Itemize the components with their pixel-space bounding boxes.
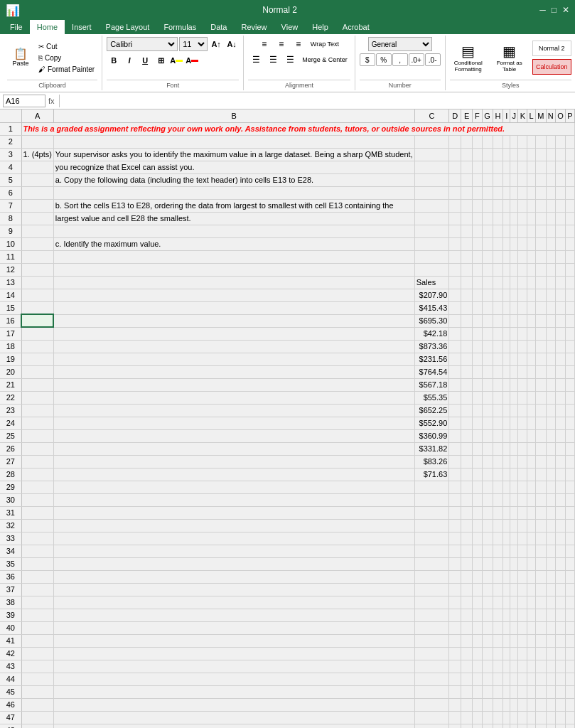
cell-25-E[interactable] [461, 429, 473, 442]
cell-18-E[interactable] [461, 340, 473, 353]
cell-12-D[interactable] [449, 263, 461, 276]
cell-14-L[interactable] [527, 289, 536, 301]
cell-48-J[interactable] [510, 724, 518, 728]
cell-29-N[interactable] [546, 481, 555, 493]
cell-27-C[interactable]: $83.26 [414, 455, 449, 468]
cell-3-D[interactable] [449, 148, 461, 161]
cell-28-N[interactable] [546, 468, 555, 481]
cell-40-O[interactable] [556, 621, 566, 634]
cell-14-D[interactable] [449, 289, 461, 301]
align-top-right[interactable]: ≡ [291, 37, 306, 51]
cell-38-L[interactable] [527, 596, 536, 609]
cell-47-P[interactable] [566, 711, 575, 724]
cell-2-J[interactable] [510, 135, 518, 148]
cell-5-L[interactable] [527, 173, 536, 186]
cell-44-G[interactable] [482, 673, 493, 685]
cell-20-F[interactable] [473, 365, 482, 378]
cell-18-D[interactable] [449, 340, 461, 353]
col-header-H[interactable]: H [493, 109, 503, 122]
format-as-table-button[interactable]: ▦ Format asTable [491, 39, 528, 76]
cell-45-D[interactable] [449, 685, 461, 698]
cell-35-A[interactable] [21, 557, 53, 570]
cell-25-F[interactable] [473, 429, 482, 442]
cell-16-F[interactable] [473, 314, 482, 327]
cell-10-K[interactable] [518, 237, 527, 250]
cell-10-M[interactable] [536, 237, 547, 250]
cell-35-H[interactable] [493, 557, 503, 570]
cell-27-A[interactable] [21, 455, 53, 468]
cell-13-J[interactable] [510, 276, 518, 289]
cell-44-P[interactable] [566, 673, 575, 685]
close-btn[interactable]: ✕ [562, 5, 569, 15]
cell-47-J[interactable] [510, 711, 518, 724]
cell-17-O[interactable] [556, 327, 566, 340]
cell-19-B[interactable] [53, 353, 414, 365]
cell-44-H[interactable] [493, 673, 503, 685]
cell-28-B[interactable] [53, 468, 414, 481]
cell-35-M[interactable] [536, 557, 547, 570]
cell-36-B[interactable] [53, 570, 414, 583]
cell-44-O[interactable] [556, 673, 566, 685]
cell-20-G[interactable] [482, 365, 493, 378]
cell-13-I[interactable] [503, 276, 510, 289]
cell-7-C[interactable] [414, 199, 449, 212]
cell-44-F[interactable] [473, 673, 482, 685]
cell-29-E[interactable] [461, 481, 473, 493]
cell-16-L[interactable] [527, 314, 536, 327]
cell-30-B[interactable] [53, 493, 414, 506]
cell-13-H[interactable] [493, 276, 503, 289]
cell-19-G[interactable] [482, 353, 493, 365]
cell-22-N[interactable] [546, 391, 555, 404]
cell-36-G[interactable] [482, 570, 493, 583]
cell-17-I[interactable] [503, 327, 510, 340]
cell-27-P[interactable] [566, 455, 575, 468]
cell-14-H[interactable] [493, 289, 503, 301]
cell-25-P[interactable] [566, 429, 575, 442]
cell-4-I[interactable] [503, 161, 510, 173]
cell-44-D[interactable] [449, 673, 461, 685]
cell-10-O[interactable] [556, 237, 566, 250]
cell-31-E[interactable] [461, 506, 473, 519]
col-header-A[interactable]: A [21, 109, 53, 122]
cell-26-M[interactable] [536, 442, 547, 455]
cell-16-K[interactable] [518, 314, 527, 327]
tab-formulas[interactable]: Formulas [156, 20, 203, 34]
cell-41-K[interactable] [518, 634, 527, 647]
cell-5-F[interactable] [473, 173, 482, 186]
cell-12-G[interactable] [482, 263, 493, 276]
cell-23-P[interactable] [566, 404, 575, 417]
cell-12-P[interactable] [566, 263, 575, 276]
cell-21-M[interactable] [536, 378, 547, 391]
cell-35-P[interactable] [566, 557, 575, 570]
cell-10-H[interactable] [493, 237, 503, 250]
cell-41-I[interactable] [503, 634, 510, 647]
cell-22-L[interactable] [527, 391, 536, 404]
cell-5-C[interactable] [414, 173, 449, 186]
cell-4-P[interactable] [566, 161, 575, 173]
cell-46-O[interactable] [556, 698, 566, 711]
col-header-C[interactable]: C [414, 109, 449, 122]
cell-15-L[interactable] [527, 301, 536, 314]
cell-35-F[interactable] [473, 557, 482, 570]
cell-3-N[interactable] [546, 148, 555, 161]
cell-19-J[interactable] [510, 353, 518, 365]
cell-32-L[interactable] [527, 519, 536, 532]
cell-32-J[interactable] [510, 519, 518, 532]
col-header-G[interactable]: G [482, 109, 493, 122]
cell-44-K[interactable] [518, 673, 527, 685]
cell-30-K[interactable] [518, 493, 527, 506]
cell-47-O[interactable] [556, 711, 566, 724]
cell-24-L[interactable] [527, 417, 536, 429]
cell-26-P[interactable] [566, 442, 575, 455]
cell-10-I[interactable] [503, 237, 510, 250]
cell-32-A[interactable] [21, 519, 53, 532]
cell-39-M[interactable] [536, 609, 547, 621]
cell-38-F[interactable] [473, 596, 482, 609]
cell-28-A[interactable] [21, 468, 53, 481]
cell-24-H[interactable] [493, 417, 503, 429]
cell-3-F[interactable] [473, 148, 482, 161]
cell-24-E[interactable] [461, 417, 473, 429]
cell-20-B[interactable] [53, 365, 414, 378]
cell-40-L[interactable] [527, 621, 536, 634]
calculation-style[interactable]: Calculation [532, 59, 571, 75]
